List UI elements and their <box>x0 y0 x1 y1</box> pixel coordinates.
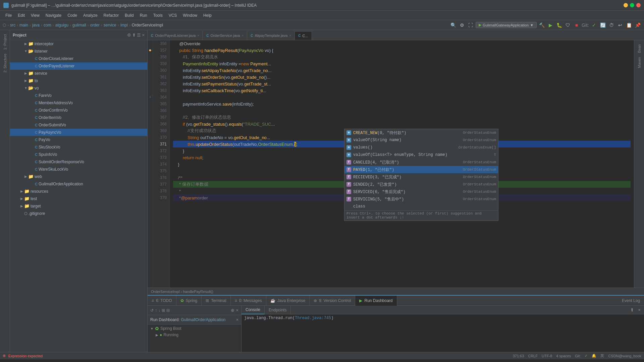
bottom-tab-java-enterprise[interactable]: ☕ Java Enterprise <box>266 296 310 306</box>
tree-item-ordercloselistener[interactable]: C OrderCloseListener <box>10 55 147 62</box>
debug-button[interactable]: 🐛 <box>555 21 563 29</box>
run-filter-icon[interactable]: ⊟ <box>166 308 170 313</box>
breadcrumb-com[interactable]: com <box>44 23 51 27</box>
tree-item-payvo[interactable]: C PayVo <box>10 136 147 143</box>
tree-item-spuinfovo[interactable]: C SpuInfoVo <box>10 151 147 158</box>
revert-button[interactable]: ↩ <box>616 21 624 29</box>
tree-item-resources[interactable]: ▶ 📁 resources <box>10 188 147 195</box>
run-header-right-icon[interactable]: ⊕ <box>231 308 234 313</box>
history-button[interactable]: ⏱ <box>608 21 615 29</box>
maximize-button[interactable] <box>630 3 634 7</box>
bottom-tab-spring[interactable]: ✿ Spring <box>176 296 202 306</box>
breadcrumb-impl[interactable]: impl <box>120 23 128 27</box>
tree-item-vo[interactable]: ▼ 📂 vo <box>10 84 147 92</box>
vcs-button[interactable]: 🔄 <box>599 21 606 29</box>
code-editor[interactable]: @Override public String handlePayResult(… <box>170 40 634 288</box>
status-position[interactable]: 371:63 <box>513 354 524 358</box>
bottom-tab-event-log[interactable]: Event Log <box>618 298 644 303</box>
run-header-close-area[interactable]: × <box>236 308 238 313</box>
tab-c-dots[interactable]: C C... <box>295 31 312 40</box>
menu-edit[interactable]: Edit <box>15 12 28 19</box>
status-lang[interactable]: 英 <box>600 353 604 358</box>
breadcrumb-atguigu[interactable]: atguigu <box>55 23 68 27</box>
tree-item-skustockvo[interactable]: C SkuStockVo <box>10 143 147 151</box>
ac-item-class[interactable]: class <box>344 203 498 210</box>
ac-item-cancled[interactable]: f CANCLED(4, "已取消") OrderStatusEnum <box>344 159 498 166</box>
sidebar-collapse-icon[interactable]: ⬆ <box>132 33 136 38</box>
tab-alipaytemplate[interactable]: C AlipayTemplate.java × <box>247 31 295 40</box>
toolbar-icon-1[interactable]: 📋 <box>625 21 633 29</box>
left-panel-project[interactable]: 1: Project <box>2 33 8 51</box>
tree-item-submitorderresponsevo[interactable]: C SubmitOrderResponseVo <box>10 158 147 166</box>
tree-item-gulimallorderapplication[interactable]: C GulimallOrderApplication <box>10 180 147 188</box>
search-everywhere-button[interactable]: 🔍 <box>449 21 457 29</box>
tree-item-orderconfirmvo[interactable]: C OrderConfirmVo <box>10 107 147 114</box>
settings-button[interactable]: ⚙ <box>458 21 466 29</box>
console-close-icon[interactable]: × <box>636 307 643 313</box>
ac-item-valueof-1[interactable]: m valueOf(String name) OrderStatusEnum <box>344 136 498 144</box>
breadcrumb-java[interactable]: java <box>32 23 40 27</box>
tree-item-memberaddressvo[interactable]: C MemberAddressVo <box>10 99 147 107</box>
close-button[interactable] <box>636 3 641 7</box>
tree-item-gitignore[interactable]: ⬡ .gitignore <box>10 210 147 217</box>
run-button[interactable]: ▶ <box>547 21 554 29</box>
tree-item-target[interactable]: ▶ 📁 target <box>10 202 147 210</box>
menu-build[interactable]: Build <box>122 12 137 19</box>
status-git-check[interactable]: ✓ <box>585 354 588 358</box>
ac-item-values[interactable]: m values() OrderStatusEnum[] <box>344 144 498 151</box>
tree-item-orderpayedlistener[interactable]: C OrderPayedListener <box>10 62 147 70</box>
run-grid-icon[interactable]: ⊞ <box>162 308 165 313</box>
menu-file[interactable]: File <box>3 12 14 19</box>
console-tab-endpoints[interactable]: Endpoints <box>265 306 291 314</box>
tree-item-payasyncvo[interactable]: C PayAsyncVo <box>10 129 147 136</box>
breadcrumb-service[interactable]: service <box>104 23 116 27</box>
console-link[interactable]: Thread.java:745 <box>295 316 331 320</box>
stop-button[interactable]: ■ <box>573 21 580 29</box>
console-tab-console[interactable]: Console <box>241 306 265 314</box>
tree-item-farevo[interactable]: C FareVo <box>10 92 147 99</box>
run-down-icon[interactable]: ↓ <box>158 308 160 313</box>
tree-item-test[interactable]: ▶ 📁 test <box>10 195 147 202</box>
menu-view[interactable]: View <box>28 12 42 19</box>
bottom-tab-todo[interactable]: ≡ 6: TODO <box>148 296 176 306</box>
tab-close-orderpayedlistener[interactable]: × <box>197 34 199 38</box>
menu-code[interactable]: Code <box>65 12 80 19</box>
right-panel-maven[interactable]: Maven <box>637 56 642 69</box>
menu-refactor[interactable]: Refactor <box>101 12 121 19</box>
tree-item-ordersubmitvo[interactable]: C OrderSubmitVo <box>10 121 147 129</box>
menu-run[interactable]: Run <box>137 12 150 19</box>
tab-orderservice[interactable]: C OrderService.java × <box>203 31 247 40</box>
build-button[interactable]: 🔨 <box>538 21 545 29</box>
right-panel-bean[interactable]: Bean <box>637 43 642 54</box>
tree-item-interceptor[interactable]: ▶ 📁 interceptor <box>10 40 147 48</box>
status-indent[interactable]: 4 spaces <box>556 354 571 358</box>
tree-item-listener[interactable]: ▼ 📂 listener <box>10 48 147 55</box>
status-encoding[interactable]: UTF-8 <box>542 354 552 358</box>
sidebar-sync-icon[interactable]: ⚙ <box>127 33 131 38</box>
minimize-button[interactable] <box>624 3 628 7</box>
ac-item-sended[interactable]: f SENDED(2, "已发货") OrderStatusEnum <box>344 181 498 188</box>
tree-item-to[interactable]: ▶ 📁 to <box>10 77 147 84</box>
tree-item-web[interactable]: ▶ 📁 web <box>10 173 147 180</box>
tree-item-service[interactable]: ▶ 📁 service <box>10 70 147 77</box>
breadcrumb-gulimall[interactable]: gulimall <box>72 23 86 27</box>
bottom-tab-run-dashboard[interactable]: ▶ Run Dashboard <box>355 296 397 306</box>
tree-item-wareskulo ckvo[interactable]: C WareSkuLockVo <box>10 166 147 173</box>
run-tree-running[interactable]: ▶ ● Running <box>148 332 241 338</box>
sidebar-settings-icon[interactable]: ☰ <box>137 33 141 38</box>
sidebar-close-icon[interactable]: × <box>142 33 145 38</box>
tree-item-orderitemvo[interactable]: C OrderItemVo <box>10 114 147 121</box>
ac-item-payed[interactable]: f PAYED(1, "已付款") OrderStatusEnum <box>344 166 498 173</box>
run-up-icon[interactable]: ↑ <box>155 308 157 313</box>
status-notification-icon[interactable]: 🔔 <box>592 354 596 358</box>
commit-button[interactable]: ✓ <box>590 21 598 29</box>
ac-item-servicing[interactable]: f SERVICING(5, "售后中") OrderStatusEnum <box>344 195 498 203</box>
menu-analyze[interactable]: Analyze <box>80 12 100 19</box>
run-refresh-icon[interactable]: ↺ <box>150 308 154 313</box>
menu-navigate[interactable]: Navigate <box>43 12 64 19</box>
tab-close-alipaytemplate[interactable]: × <box>289 34 291 38</box>
status-line-sep[interactable]: CRLF <box>528 354 538 358</box>
ac-item-recieved[interactable]: f RECIEVED(3, "已完成") OrderStatusEnum <box>344 173 498 181</box>
tab-orderpayedlistener[interactable]: C OrderPayedListener.java × <box>148 31 203 40</box>
breadcrumb-main[interactable]: main <box>19 23 28 27</box>
